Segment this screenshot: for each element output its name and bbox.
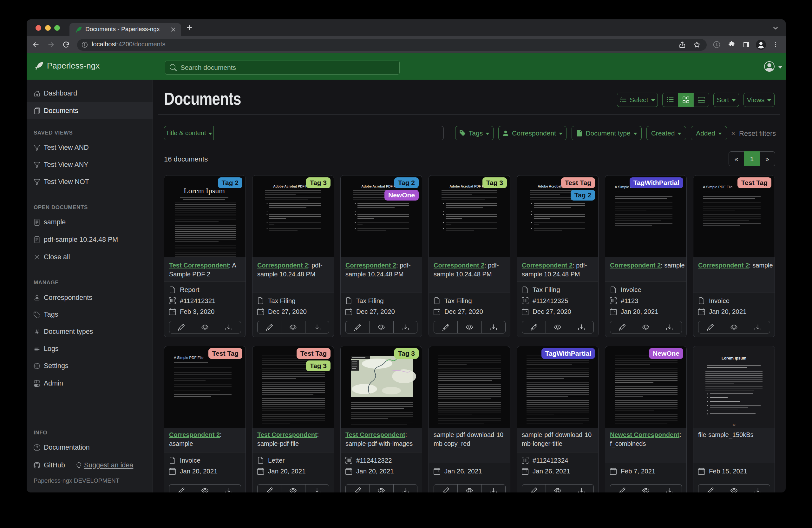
svg-text:Lorem Ipsum: Lorem Ipsum (184, 187, 225, 195)
svg-text:12: 12 (733, 423, 736, 426)
svg-text:A Simple PDF File: A Simple PDF File (174, 356, 203, 359)
svg-text:A Simple PDF File: A Simple PDF File (703, 185, 733, 189)
svg-text:Lorem ipsum: Lorem ipsum (722, 356, 746, 360)
